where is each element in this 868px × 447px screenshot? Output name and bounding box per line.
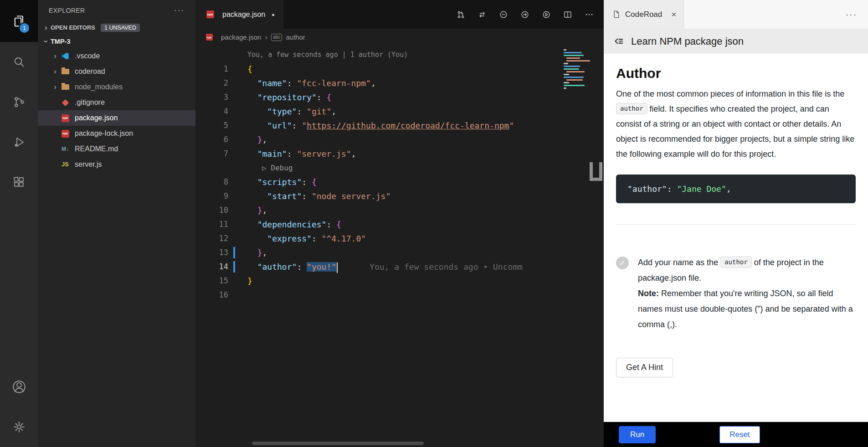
code-line-5[interactable]: 5 "url": "https://github.com/coderoad/fc… — [195, 118, 604, 133]
gutter — [228, 203, 247, 217]
task-text: Add your name as the author of the proje… — [638, 255, 856, 332]
run-file-icon[interactable] — [542, 10, 551, 19]
codelens-top: You, a few seconds ago | 1 author (You) — [195, 48, 604, 62]
gutter — [228, 175, 247, 189]
vscode-window: 1 — [0, 0, 868, 447]
get-hint-button[interactable]: Get A Hint — [616, 358, 673, 377]
explorer-activity-button[interactable]: 1 — [0, 0, 38, 42]
inline-code-chip: author — [616, 103, 647, 114]
npm-file-icon — [61, 113, 70, 123]
gutter — [228, 189, 247, 203]
code-text: "name": "fcc-learn-npm", — [247, 76, 376, 90]
code-line-6[interactable]: 6 }, — [195, 133, 604, 147]
code-text: "scripts": { — [247, 175, 317, 189]
inline-blame: You, a few seconds ago • Uncomm — [370, 262, 523, 272]
task-item: ✓ Add your name as the author of the pro… — [616, 255, 856, 332]
minimap-line — [564, 77, 584, 78]
gutter — [228, 217, 247, 231]
chevron-right-icon: › — [51, 83, 60, 91]
explorer-badge: 1 — [19, 22, 30, 34]
file-item-package-lock.json[interactable]: package-lock.json — [38, 126, 195, 141]
minimap-line — [564, 49, 566, 51]
minimap-line — [564, 85, 585, 86]
coderoad-panel: CodeRoad × ··· Learn NPM package json Au… — [604, 0, 868, 447]
reset-button[interactable]: Reset — [719, 426, 760, 443]
code-text: "author": "you!"You, a few seconds ago •… — [247, 260, 523, 274]
chevron-right-icon: › — [41, 24, 51, 32]
settings-activity-button[interactable] — [0, 407, 38, 447]
file-item-README.md[interactable]: README.md — [38, 141, 195, 157]
file-item-.vscode[interactable]: ›.vscode — [38, 48, 195, 64]
compare-changes-icon[interactable] — [456, 10, 465, 19]
breadcrumb-symbol[interactable]: author — [286, 33, 305, 41]
sidebar-title: EXPLORER — [49, 7, 85, 14]
code-line-15[interactable]: 15} — [195, 274, 604, 288]
horizontal-scrollbar[interactable] — [252, 442, 424, 445]
editor-group: package.json ● — [195, 0, 604, 447]
search-activity-button[interactable] — [0, 42, 38, 82]
gutter — [228, 274, 247, 288]
code-line-13[interactable]: 13 }, — [195, 246, 604, 260]
gutter — [228, 288, 247, 302]
activity-bar: 1 — [0, 0, 38, 447]
code-line-1[interactable]: 1{ — [195, 62, 604, 76]
symbol-string-icon: abc — [271, 34, 282, 41]
file-item-package.json[interactable]: package.json — [38, 110, 195, 126]
code-line-7[interactable]: 7 "main": "server.js", — [195, 147, 604, 161]
explorer-more-actions-button[interactable]: ··· — [174, 6, 185, 15]
source-control-activity-button[interactable] — [0, 82, 38, 122]
extensions-icon — [12, 175, 26, 189]
code-line-8[interactable]: 8 "scripts": { — [195, 175, 604, 189]
coderoad-logo-icon[interactable] — [613, 36, 625, 47]
scrollbar-handle[interactable] — [590, 162, 602, 181]
git-file-icon — [61, 98, 70, 107]
run-button[interactable]: Run — [619, 426, 656, 443]
file-label: README.md — [75, 145, 118, 153]
code-line-14[interactable]: 14 "author": "you!"You, a few seconds ag… — [195, 260, 604, 274]
file-item-server.js[interactable]: server.js — [38, 157, 195, 172]
tab-package-json[interactable]: package.json ● — [195, 0, 284, 29]
run-debug-icon — [12, 135, 26, 149]
split-editor-icon[interactable] — [563, 10, 572, 19]
code-line-3[interactable]: 3 "repository": { — [195, 90, 604, 104]
account-activity-button[interactable] — [0, 367, 38, 407]
tab-coderoad[interactable]: CodeRoad × — [604, 0, 684, 29]
previous-change-icon[interactable] — [499, 10, 508, 19]
extensions-activity-button[interactable] — [0, 162, 38, 202]
code-line-11[interactable]: 11 "dependencies": { — [195, 217, 604, 231]
minimap-line — [564, 87, 566, 89]
file-item-coderoad[interactable]: ›coderoad — [38, 64, 195, 79]
close-icon[interactable]: × — [671, 10, 676, 20]
task-check-icon: ✓ — [616, 257, 629, 269]
modified-dot-icon: ● — [272, 12, 275, 17]
code-text: }, — [247, 246, 267, 260]
file-item-node_modules[interactable]: ›node_modules — [38, 79, 195, 95]
more-actions-icon[interactable] — [585, 10, 594, 19]
swap-changes-icon[interactable] — [478, 10, 487, 19]
code-text: "url": "https://github.com/coderoad/fcc-… — [247, 118, 514, 133]
line-number: 9 — [195, 189, 228, 203]
minimap-line — [564, 68, 579, 70]
code-line-16[interactable]: 16 — [195, 288, 604, 302]
code-line-9[interactable]: 9 "start": "node server.js" — [195, 189, 604, 203]
breadcrumb-file[interactable]: package.json — [221, 33, 261, 41]
minimap[interactable] — [564, 49, 588, 89]
code-editor[interactable]: You, a few seconds ago | 1 author (You)1… — [195, 46, 604, 447]
vscode-file-icon — [61, 51, 70, 61]
file-label: package-lock.json — [75, 129, 133, 138]
code-line-2[interactable]: 2 "name": "fcc-learn-npm", — [195, 76, 604, 90]
panel-more-actions-button[interactable]: ··· — [846, 10, 868, 20]
code-line-4[interactable]: 4 "type": "git", — [195, 104, 604, 118]
gear-icon — [12, 420, 26, 434]
code-line-10[interactable]: 10 }, — [195, 203, 604, 217]
codelens-debug[interactable]: ▷ Debug — [195, 161, 604, 175]
minimap-line — [566, 71, 585, 72]
code-text: } — [247, 274, 252, 288]
file-item-.gitignore[interactable]: .gitignore — [38, 95, 195, 110]
next-change-icon[interactable] — [520, 10, 529, 19]
open-editors-header[interactable]: › OPEN EDITORS 1 UNSAVED — [38, 21, 195, 34]
run-debug-activity-button[interactable] — [0, 122, 38, 162]
npm-file-icon — [205, 33, 214, 42]
workspace-root-header[interactable]: › TMP-3 — [38, 34, 195, 48]
code-line-12[interactable]: 12 "express": "^4.17.0" — [195, 231, 604, 246]
